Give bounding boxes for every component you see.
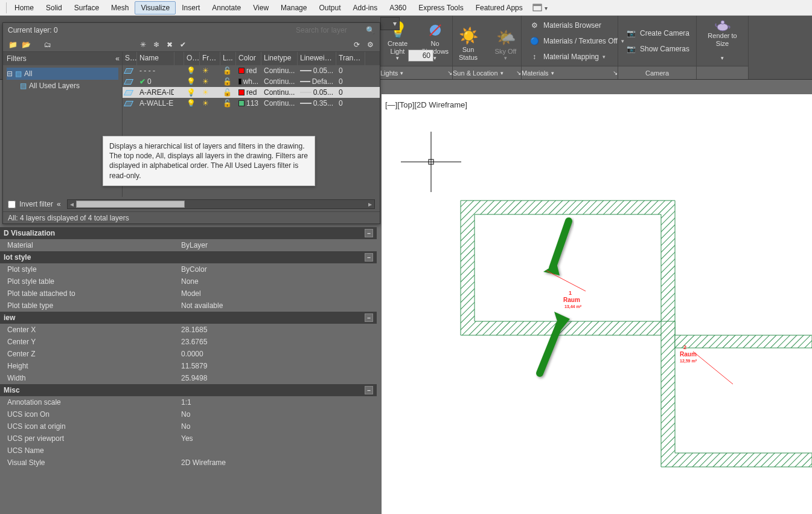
filter-all[interactable]: ⊟ ▤ All <box>7 68 118 80</box>
property-row[interactable]: Plot style tableNone <box>0 275 377 288</box>
layer-cell[interactable]: ☀ <box>200 88 220 97</box>
property-row[interactable]: Center Z0.0000 <box>0 348 377 360</box>
menu-home[interactable]: Home <box>8 1 40 14</box>
layer-cell[interactable]: 113 <box>236 99 261 108</box>
property-section-header[interactable]: lot style– <box>0 251 377 263</box>
room1-area[interactable]: 13,44 m² <box>564 304 582 309</box>
property-value[interactable]: Not available <box>179 301 377 310</box>
property-row[interactable]: UCS Name <box>0 445 377 457</box>
layer-cell[interactable]: ☀ <box>200 99 220 108</box>
materials-browser-button[interactable]: ⚙Materials Browser <box>526 18 604 33</box>
new-layer-icon[interactable]: ✳ <box>138 40 148 50</box>
layer-cell[interactable]: 💡 <box>184 66 200 75</box>
room2-underline[interactable] <box>693 352 733 384</box>
settings-icon[interactable]: ⚙ <box>365 40 375 50</box>
property-value[interactable]: 23.6765 <box>179 338 377 346</box>
menu-mesh[interactable]: Mesh <box>105 1 135 14</box>
room2-name[interactable]: Raum <box>680 351 697 358</box>
layer-table-header[interactable]: S...NameO...Fre...L...ColorLinetypeLinew… <box>123 52 380 65</box>
layer-row[interactable]: A-WALL-E💡☀🔓 113Continu... 0.35...0 <box>123 98 380 109</box>
layer-cell[interactable] <box>123 79 137 85</box>
layer-cell[interactable]: 0 <box>336 77 365 86</box>
menu-surface[interactable]: Surface <box>68 1 105 14</box>
layer-col-header[interactable]: Name <box>137 52 174 65</box>
show-cameras-button[interactable]: 📷Show Cameras <box>623 42 692 56</box>
layer-col-header[interactable]: Trans... <box>336 52 365 65</box>
property-row[interactable]: Annotation scale1:1 <box>0 396 377 408</box>
property-row[interactable]: Plot styleByColor <box>0 263 377 275</box>
render-to-size-button[interactable]: Render to Size▾ <box>702 19 743 63</box>
room2-area[interactable]: 12,59 m² <box>680 359 697 364</box>
property-row[interactable]: Plot table typeNot available <box>0 300 377 312</box>
create-camera-button[interactable]: 📷Create Camera <box>623 26 692 40</box>
property-row[interactable]: Visual Style2D Wireframe <box>0 457 377 469</box>
layer-cell[interactable]: 0 <box>336 99 365 108</box>
expand-filters-icon[interactable]: « <box>57 200 60 208</box>
property-value[interactable]: 2D Wireframe <box>179 458 377 467</box>
property-value[interactable]: ByColor <box>179 265 377 274</box>
property-row[interactable]: Plot table attached toModel <box>0 288 377 300</box>
freeze-new-layer-icon[interactable]: ❄ <box>152 40 161 50</box>
menu-manage[interactable]: Manage <box>275 1 313 14</box>
layer-cell[interactable]: 0 <box>336 88 365 97</box>
menu-view[interactable]: View <box>247 1 275 14</box>
property-value[interactable]: 0.0000 <box>179 350 377 358</box>
invert-filter-checkbox[interactable] <box>8 201 16 208</box>
layer-col-header[interactable]: S... <box>123 52 137 65</box>
delete-layer-icon[interactable]: ✖ <box>165 40 174 50</box>
materials-textures-button[interactable]: 🔵Materials / Textures Off <box>526 34 627 48</box>
layer-cell[interactable]: 🔓 <box>220 88 236 97</box>
layer-col-header[interactable]: L... <box>220 52 236 65</box>
layer-cell[interactable]: 🔓 <box>220 66 236 75</box>
layer-cell[interactable]: 0.05... <box>298 66 336 75</box>
scrollbar-thumb[interactable] <box>76 201 185 208</box>
layer-cell[interactable]: 💡 <box>184 88 200 97</box>
property-row[interactable]: UCS icon at originNo <box>0 420 377 432</box>
collapse-filters-icon[interactable]: « <box>115 54 118 63</box>
property-row[interactable]: Height11.5879 <box>0 360 377 372</box>
layer-cell[interactable]: - - - - <box>137 66 174 75</box>
workspace-switch-icon[interactable]: ▾ <box>532 2 548 13</box>
layer-table-hscrollbar[interactable]: ◂ ▸ <box>67 199 375 209</box>
property-value[interactable]: 28.1685 <box>179 326 377 334</box>
property-value[interactable]: No <box>179 422 377 431</box>
sun-status-button[interactable]: ☀️ Sun Status <box>452 19 485 63</box>
layer-row[interactable]: ✔ 0💡☀🔓 wh...Continu... Defa...0 <box>123 76 380 87</box>
layer-cell[interactable]: red <box>236 66 261 75</box>
layer-cell[interactable]: A-WALL-E <box>137 99 174 108</box>
layer-cell[interactable] <box>123 68 137 74</box>
layer-cell[interactable] <box>123 101 137 106</box>
menu-output[interactable]: Output <box>313 1 347 14</box>
layer-cell[interactable]: 0.35... <box>298 99 336 108</box>
room-2-walls[interactable] <box>661 321 812 467</box>
set-current-icon[interactable]: ✔ <box>178 40 188 50</box>
room2-number[interactable]: 2 <box>683 344 686 350</box>
property-row[interactable]: Center X28.1685 <box>0 324 377 336</box>
layer-cell[interactable] <box>123 90 137 95</box>
menu-a360[interactable]: A360 <box>383 1 412 14</box>
layer-cell[interactable]: ☀ <box>200 66 220 75</box>
layer-col-header[interactable] <box>174 52 184 65</box>
layer-row[interactable]: A-AREA-ID...💡☀🔓 redContinu... 0.05...0 <box>123 87 380 98</box>
layer-cell[interactable]: red <box>236 88 261 97</box>
property-value[interactable]: Model <box>179 289 377 298</box>
layer-cell[interactable]: 0 <box>336 66 365 75</box>
layer-cell[interactable]: A-AREA-ID... <box>137 88 174 97</box>
drawing-viewport[interactable]: [—][Top][2D Wireframe] <box>382 94 812 514</box>
layer-cell[interactable]: 💡 <box>184 77 200 86</box>
room1-underline[interactable] <box>546 271 586 291</box>
layer-cell[interactable]: Defa... <box>298 77 336 86</box>
layer-col-header[interactable]: Color <box>236 52 261 65</box>
menu-express-tools[interactable]: Express Tools <box>412 1 469 14</box>
material-mapping-button[interactable]: ↕Material Mapping <box>526 50 608 64</box>
layer-states-icon[interactable]: 🗂 <box>43 40 53 50</box>
layer-search-input[interactable] <box>296 26 362 34</box>
property-section-header[interactable]: D Visualization– <box>0 227 377 239</box>
layer-cell[interactable]: 💡 <box>184 99 200 108</box>
property-value[interactable]: ByLayer <box>179 241 377 249</box>
property-section-header[interactable]: Misc– <box>0 384 377 396</box>
property-row[interactable]: UCS per viewportYes <box>0 432 377 445</box>
property-row[interactable]: Center Y23.6765 <box>0 336 377 348</box>
refresh-icon[interactable]: ⟳ <box>352 40 362 50</box>
menu-annotate[interactable]: Annotate <box>206 1 247 14</box>
